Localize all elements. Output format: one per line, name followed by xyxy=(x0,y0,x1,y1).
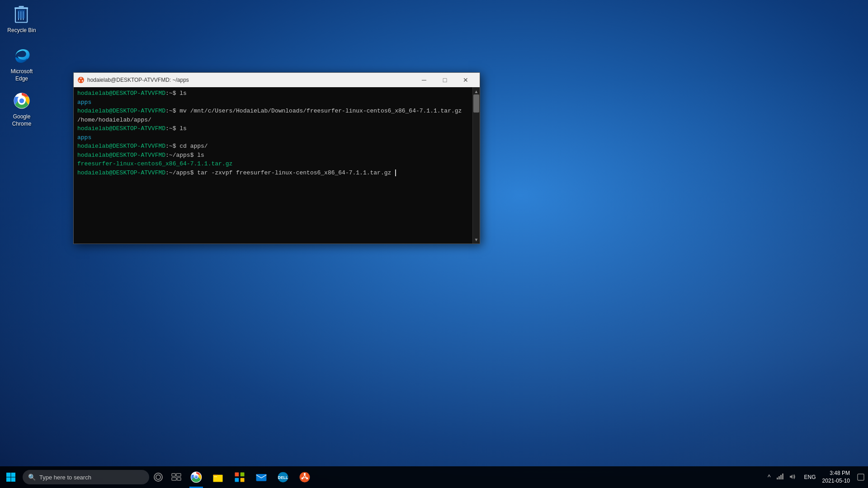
ubuntu-icon xyxy=(77,76,85,84)
notification-icon xyxy=(857,473,865,481)
terminal-line-3: hodaielab@DESKTOP-ATVVFMD:~$ mv /mnt/c/U… xyxy=(77,107,469,124)
svg-rect-17 xyxy=(11,478,16,482)
svg-rect-15 xyxy=(11,473,16,477)
svg-rect-44 xyxy=(782,474,783,479)
google-chrome-icon[interactable]: Google Chrome xyxy=(4,88,40,129)
svg-rect-42 xyxy=(778,476,780,479)
svg-text:DELL: DELL xyxy=(278,475,289,480)
start-button[interactable] xyxy=(0,466,22,488)
svg-rect-6 xyxy=(18,10,25,19)
system-tray: ^ xyxy=(762,466,802,488)
terminal-title-text: hodaielab@DESKTOP-ATVVFMD: ~/apps xyxy=(87,77,189,83)
system-tray-expand[interactable]: ^ xyxy=(766,473,773,482)
cortana-icon xyxy=(153,472,163,482)
terminal-body: hodaielab@DESKTOP-ATVVFMD:~$ ls apps hod… xyxy=(74,87,480,244)
file-explorer-icon xyxy=(212,471,224,483)
network-icon[interactable] xyxy=(774,472,785,483)
store-icon xyxy=(233,471,246,483)
terminal-line-9: hodaielab@DESKTOP-ATVVFMD:~/apps$ tar -z… xyxy=(77,169,469,178)
search-icon: 🔍 xyxy=(28,474,36,481)
svg-rect-31 xyxy=(241,473,245,477)
chrome-label: Google Chrome xyxy=(5,113,38,127)
scroll-thumb[interactable] xyxy=(473,94,479,113)
terminal-line-6: hodaielab@DESKTOP-ATVVFMD:~$ cd apps/ xyxy=(77,142,469,151)
task-view-icon xyxy=(171,473,181,481)
recycle-bin-label: Recycle Bin xyxy=(7,27,36,34)
svg-rect-16 xyxy=(6,478,11,482)
terminal-title-area: hodaielab@DESKTOP-ATVVFMD: ~/apps xyxy=(77,76,414,84)
svg-point-13 xyxy=(79,80,80,82)
recycle-bin-icon[interactable]: Recycle Bin xyxy=(4,2,40,36)
taskbar-chrome-app[interactable] xyxy=(185,466,207,488)
svg-rect-1 xyxy=(14,7,28,9)
svg-rect-22 xyxy=(172,478,176,480)
terminal-line-8: freesurfer-linux-centos6_x86_64-7.1.1.ta… xyxy=(77,160,469,169)
windows-logo-icon xyxy=(5,472,16,483)
terminal-maximize-button[interactable]: □ xyxy=(434,73,455,87)
svg-point-11 xyxy=(80,78,82,79)
clock-date: 2021-05-10 xyxy=(822,477,850,485)
taskbar-mail-app[interactable] xyxy=(250,466,272,488)
taskbar-ubuntu-app[interactable] xyxy=(294,466,316,488)
scroll-track xyxy=(473,94,480,236)
chrome-taskbar-icon xyxy=(190,471,203,483)
svg-rect-14 xyxy=(6,473,11,477)
svg-rect-29 xyxy=(214,476,217,477)
taskbar-explorer-app[interactable] xyxy=(207,466,229,488)
terminal-line-5: apps xyxy=(77,133,469,142)
taskbar-dell-app[interactable]: DELL xyxy=(272,466,294,488)
svg-rect-21 xyxy=(176,474,181,476)
terminal-titlebar: hodaielab@DESKTOP-ATVVFMD: ~/apps ─ □ ✕ xyxy=(74,73,480,87)
sound-icon[interactable] xyxy=(787,472,798,483)
terminal-minimize-button[interactable]: ─ xyxy=(414,73,434,87)
terminal-close-button[interactable]: ✕ xyxy=(455,73,476,87)
terminal-line-4: hodaielab@DESKTOP-ATVVFMD:~$ ls xyxy=(77,124,469,133)
desktop: Recycle Bin Microsoft Edge xyxy=(0,0,868,488)
taskbar: 🔍 Type here to search xyxy=(0,466,868,488)
taskbar-clock[interactable]: 3:48 PM 2021-05-10 xyxy=(819,466,854,488)
language-indicator[interactable]: ENG xyxy=(802,474,819,480)
dell-icon: DELL xyxy=(277,471,289,483)
terminal-line-7: hodaielab@DESKTOP-ATVVFMD:~/apps$ ls xyxy=(77,151,469,160)
notification-center-button[interactable] xyxy=(854,466,868,488)
taskbar-search-bar[interactable]: 🔍 Type here to search xyxy=(23,470,149,484)
svg-point-12 xyxy=(82,80,83,82)
terminal-line-1: hodaielab@DESKTOP-ATVVFMD:~$ ls xyxy=(77,89,469,98)
svg-point-18 xyxy=(154,473,162,481)
terminal-scrollbar[interactable]: ▲ ▼ xyxy=(472,87,480,244)
svg-rect-34 xyxy=(256,474,267,481)
edge-image xyxy=(11,45,33,66)
svg-rect-32 xyxy=(235,478,239,482)
edge-label: Microsoft Edge xyxy=(5,68,38,82)
svg-point-19 xyxy=(156,475,160,479)
svg-point-9 xyxy=(19,99,24,103)
mail-icon xyxy=(255,471,268,483)
scroll-up-arrow[interactable]: ▲ xyxy=(473,88,480,94)
taskbar-apps: DELL xyxy=(185,466,762,488)
clock-time: 3:48 PM xyxy=(830,469,850,477)
ubuntu-taskbar-icon xyxy=(298,471,311,483)
svg-rect-43 xyxy=(780,475,782,479)
svg-rect-41 xyxy=(777,478,778,479)
microsoft-edge-icon[interactable]: Microsoft Edge xyxy=(4,43,40,84)
terminal-controls: ─ □ ✕ xyxy=(414,73,476,87)
scroll-down-arrow[interactable]: ▼ xyxy=(473,236,480,243)
search-placeholder-text: Type here to search xyxy=(39,474,91,481)
chrome-image xyxy=(11,90,33,112)
svg-rect-30 xyxy=(235,473,239,477)
terminal-line-2: apps xyxy=(77,98,469,107)
taskbar-store-app[interactable] xyxy=(229,466,250,488)
svg-rect-45 xyxy=(858,474,864,480)
terminal-content[interactable]: hodaielab@DESKTOP-ATVVFMD:~$ ls apps hod… xyxy=(74,87,472,244)
recycle-bin-image xyxy=(11,4,33,25)
svg-rect-20 xyxy=(172,474,175,476)
svg-rect-23 xyxy=(177,478,181,480)
svg-point-27 xyxy=(195,476,197,478)
svg-rect-33 xyxy=(241,478,245,482)
svg-rect-28 xyxy=(213,475,223,482)
cortana-button[interactable] xyxy=(149,466,167,488)
task-view-button[interactable] xyxy=(167,466,185,488)
terminal-window: hodaielab@DESKTOP-ATVVFMD: ~/apps ─ □ ✕ … xyxy=(73,72,480,244)
